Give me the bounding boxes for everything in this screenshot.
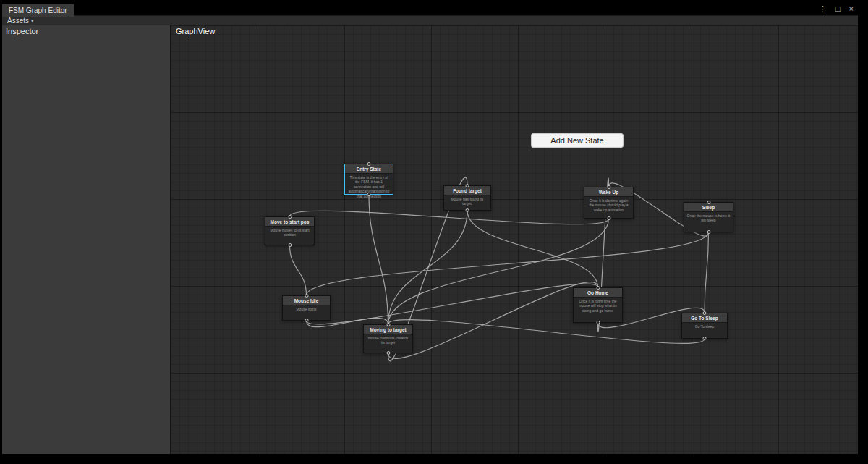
graphview-title: GraphView xyxy=(172,25,218,37)
assets-menu[interactable]: Assets ▾ xyxy=(7,17,34,25)
node-description: Once the mouse is home it will sleep xyxy=(684,212,733,224)
nodes-layer: Entry StateThis state is the entry of th… xyxy=(171,25,858,454)
input-port[interactable] xyxy=(703,311,707,315)
input-port[interactable] xyxy=(707,201,710,204)
output-port[interactable] xyxy=(607,216,610,220)
output-port[interactable] xyxy=(596,321,600,324)
menu-kebab-icon[interactable]: ⋮ xyxy=(819,5,827,13)
output-port[interactable] xyxy=(288,243,292,247)
output-port[interactable] xyxy=(367,193,371,196)
input-port[interactable] xyxy=(607,185,610,189)
input-port[interactable] xyxy=(466,184,469,187)
graph-node-sleep[interactable]: SleepOnce the mouse is home it will slee… xyxy=(684,202,733,232)
output-port[interactable] xyxy=(386,351,390,355)
main-split: Inspector GraphView Entry StateThis stat… xyxy=(2,25,858,454)
input-port[interactable] xyxy=(367,162,371,166)
input-port[interactable] xyxy=(288,215,292,219)
restore-window-icon[interactable]: □ xyxy=(835,5,841,13)
output-port[interactable] xyxy=(305,319,308,322)
input-port[interactable] xyxy=(305,294,308,298)
add-new-state-button[interactable]: Add New State xyxy=(531,133,624,148)
graph-node-wake-up[interactable]: Wake UpOnce it is daytime again the mous… xyxy=(584,187,634,219)
input-port[interactable] xyxy=(386,323,390,326)
graph-node-go-home[interactable]: Go HomeOnce it is night time the mouse w… xyxy=(573,287,623,323)
close-window-icon[interactable]: × xyxy=(849,5,854,13)
output-port[interactable] xyxy=(707,230,710,234)
node-description: Mouse spins xyxy=(283,305,330,313)
menu-toolbar: Assets ▾ xyxy=(2,15,858,25)
inspector-title: Inspector xyxy=(2,25,170,37)
input-port[interactable] xyxy=(596,286,600,290)
node-description: Mouse moves to its start position xyxy=(265,227,314,239)
graph-view-canvas[interactable]: GraphView Entry StateThis state is the e… xyxy=(170,25,858,454)
inspector-panel: Inspector xyxy=(2,25,170,454)
output-port[interactable] xyxy=(703,337,707,340)
dropdown-caret-icon: ▾ xyxy=(31,18,34,24)
window-tab-fsm-graph-editor[interactable]: FSM Graph Editor xyxy=(2,4,74,17)
graph-node-go-to-sleep[interactable]: Go To SleepGo To sleep xyxy=(681,313,728,339)
output-port[interactable] xyxy=(466,208,469,212)
window-tab-label: FSM Graph Editor xyxy=(9,7,67,14)
graph-node-moving-to-target[interactable]: Moving to targetmouse pathfinds towards … xyxy=(363,324,413,353)
window-controls: ⋮ □ × xyxy=(819,3,854,15)
app-window: FSM Graph Editor ⋮ □ × Assets ▾ Inspecto… xyxy=(2,3,858,454)
node-description: Once it is daytime again the mouse shoul… xyxy=(584,197,633,214)
node-description: Mouse has found its target. xyxy=(444,195,490,208)
assets-menu-label: Assets xyxy=(7,17,29,25)
node-description: Once it is night time the mouse will sto… xyxy=(574,298,622,315)
graph-node-move-to-start-pos[interactable]: Move to start posMouse moves to its star… xyxy=(265,216,315,245)
node-description: Go To sleep xyxy=(682,323,727,331)
title-bar: FSM Graph Editor ⋮ □ × xyxy=(2,3,858,15)
graph-node-entry[interactable]: Entry StateThis state is the entry of th… xyxy=(344,164,393,195)
graph-node-mouse-idle[interactable]: Mouse IdleMouse spins xyxy=(282,295,331,321)
graph-node-found-target[interactable]: Found targetMouse has found its target. xyxy=(443,185,491,211)
node-description: mouse pathfinds towards its target xyxy=(364,334,412,347)
